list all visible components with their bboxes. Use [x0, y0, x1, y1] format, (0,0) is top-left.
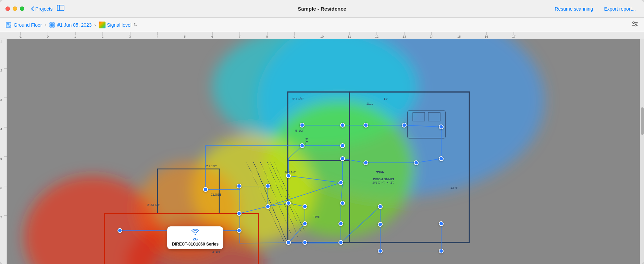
svg-text:6: 6	[211, 35, 213, 38]
scan-point[interactable]	[402, 123, 407, 128]
svg-text:9: 9	[294, 35, 295, 38]
svg-text:14: 14	[430, 35, 433, 38]
scan-point[interactable]	[378, 249, 383, 253]
svg-rect-8	[52, 25, 54, 27]
svg-text:HALL: HALL	[312, 215, 320, 219]
svg-text:13: 13	[402, 35, 406, 38]
vertical-ruler: 1 2 3 4 5 6 7	[0, 39, 7, 264]
scan-point[interactable]	[302, 240, 307, 245]
svg-text:5: 5	[0, 157, 2, 160]
scan-point[interactable]	[117, 228, 122, 233]
svg-text:12: 12	[375, 35, 379, 38]
breadcrumb-sep-1: ›	[45, 22, 46, 28]
scan-point[interactable]	[338, 221, 343, 226]
svg-rect-5	[50, 23, 52, 25]
traffic-lights	[5, 6, 24, 11]
svg-text:2' 83 5/8": 2' 83 5/8"	[147, 203, 160, 207]
svg-text:11' × 14' 2 7/8": 11' × 14' 2 7/8"	[372, 181, 394, 184]
svg-text:8' 2 1/2": 8' 2 1/2"	[206, 164, 216, 168]
scan-point[interactable]	[338, 240, 343, 245]
scan-point[interactable]	[340, 143, 345, 148]
scan-point[interactable]	[340, 156, 345, 161]
scan-point[interactable]	[300, 123, 305, 128]
svg-text:2/1.c: 2/1.c	[367, 102, 373, 105]
main-content: 1 2 3 4 5 6 7	[0, 39, 644, 264]
resume-scanning-button[interactable]: Resume scanning	[552, 4, 596, 14]
svg-rect-0	[57, 5, 64, 11]
svg-text:10: 10	[320, 35, 324, 38]
breadcrumb-sep-2: ›	[95, 22, 96, 28]
scan-point[interactable]	[302, 204, 307, 209]
horizontal-ruler: -1 0 1 2 3 4 5 6 7 8 9 10 11 12	[0, 32, 644, 39]
svg-text:2: 2	[0, 69, 2, 72]
scan-point[interactable]	[363, 123, 368, 128]
scan-point[interactable]	[237, 184, 242, 188]
breadcrumb-bar: Ground Floor › #1 Jun 05, 2023 › Signal …	[0, 18, 644, 32]
sidebar-toggle-button[interactable]	[57, 5, 64, 13]
scan-point[interactable]	[302, 221, 307, 226]
titlebar-actions: Resume scanning Export report...	[552, 4, 639, 14]
floor-plan-icon	[5, 22, 12, 28]
scan-point[interactable]	[414, 160, 419, 165]
export-report-button[interactable]: Export report...	[601, 4, 639, 14]
scrollbar-thumb[interactable]	[641, 107, 644, 135]
breadcrumb-ground-floor[interactable]: Ground Floor	[5, 22, 42, 28]
minimize-button[interactable]	[13, 6, 17, 11]
scan-point[interactable]	[439, 249, 444, 253]
scan-point[interactable]	[265, 184, 270, 188]
settings-button[interactable]	[631, 20, 639, 29]
main-window: Projects Sample - Residence Resume scann…	[0, 0, 644, 264]
signal-level-label: Signal level	[107, 22, 132, 28]
scan-point[interactable]	[340, 123, 345, 128]
wifi-device-card[interactable]: 2G DIRECT-81C1860 Series	[167, 226, 223, 249]
svg-text:3: 3	[0, 98, 2, 102]
close-button[interactable]	[5, 6, 10, 11]
scan-point[interactable]	[286, 240, 291, 245]
svg-text:1: 1	[0, 40, 2, 43]
scan-point[interactable]	[203, 187, 208, 192]
scan-point[interactable]	[340, 201, 345, 206]
svg-text:1: 1	[74, 35, 76, 38]
scan-point[interactable]	[265, 204, 270, 209]
canvas-area[interactable]: 6' 4 1/4" 2/1.c 11' 5' 1/2" 6' 4 1/8" 8'…	[7, 39, 640, 264]
scan-point[interactable]	[363, 160, 368, 165]
scan-point[interactable]	[300, 143, 305, 148]
svg-text:4: 4	[0, 128, 2, 131]
svg-text:7: 7	[0, 216, 2, 219]
scan-point[interactable]	[286, 173, 291, 178]
svg-text:13' 6": 13' 6"	[450, 186, 458, 189]
scan-point[interactable]	[237, 211, 242, 216]
device-name: DIRECT-81C1860 Series	[172, 242, 219, 247]
scan-point[interactable]	[378, 204, 383, 209]
svg-text:7: 7	[239, 35, 240, 38]
svg-point-12	[633, 22, 635, 24]
wifi-icon	[172, 229, 219, 237]
scan-point[interactable]	[439, 124, 444, 129]
scan-point[interactable]	[286, 201, 291, 206]
svg-text:HALL: HALL	[305, 138, 308, 146]
svg-point-13	[635, 25, 637, 26]
svg-text:2: 2	[102, 35, 103, 38]
fullscreen-button[interactable]	[20, 6, 24, 11]
grid-icon	[49, 22, 55, 28]
back-projects-button[interactable]: Projects	[31, 6, 53, 12]
scan-point[interactable]	[439, 221, 444, 226]
scan-point[interactable]	[439, 156, 444, 161]
scan-point[interactable]	[237, 228, 242, 233]
svg-text:6: 6	[0, 186, 2, 190]
titlebar: Projects Sample - Residence Resume scann…	[0, 0, 644, 18]
ground-floor-label: Ground Floor	[14, 22, 42, 28]
svg-text:LIVING ROOM: LIVING ROOM	[373, 177, 394, 181]
svg-text:11: 11	[348, 35, 351, 38]
svg-text:5' 1/2": 5' 1/2"	[295, 129, 304, 132]
breadcrumb-scan-date[interactable]: #1 Jun 05, 2023	[49, 22, 91, 28]
svg-rect-6	[52, 23, 54, 25]
back-label: Projects	[35, 6, 53, 12]
signal-level-arrows: ⇅	[134, 23, 137, 27]
scan-point[interactable]	[338, 180, 343, 185]
breadcrumb-signal-level[interactable]: Signal level ⇅	[99, 22, 137, 28]
vertical-scrollbar[interactable]	[640, 39, 644, 264]
svg-rect-7	[50, 25, 52, 27]
svg-text:HALL: HALL	[376, 171, 384, 174]
scan-point[interactable]	[378, 222, 383, 227]
